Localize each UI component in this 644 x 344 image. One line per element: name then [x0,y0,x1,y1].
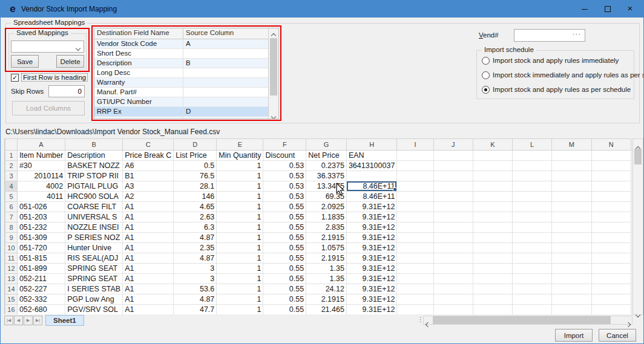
delete-button[interactable]: Delete [56,55,84,68]
cell-D2[interactable]: 0.5 [174,161,217,171]
cell-D6[interactable]: 4.65 [174,202,217,212]
cell-K9[interactable] [473,233,512,243]
cell-I9[interactable] [397,233,433,243]
cell-N13[interactable] [591,274,631,284]
cell-N8[interactable] [591,222,631,233]
cell-I5[interactable] [397,192,433,202]
cell-D4[interactable]: 28.1 [174,181,217,192]
cell-K14[interactable] [473,284,512,294]
cell-L10[interactable] [513,243,552,253]
cell-A10[interactable]: 051-720 [17,243,65,253]
spreadsheet-grid[interactable]: ABCDEFGHIJKLMN1Item NumberDescriptionPri… [4,138,631,314]
cell-B4[interactable]: PIGTAIL PLUG [65,181,123,192]
cell-L13[interactable] [513,274,552,284]
cell-M12[interactable] [552,264,592,274]
import-schedule-option-2[interactable]: Import stock immediately and apply rules… [482,71,644,80]
mapping-row-rrp-inc[interactable]: RRP Inc [94,117,269,119]
cell-A12[interactable]: 051-899 [17,264,65,274]
cell-I11[interactable] [397,253,433,264]
cell-A11[interactable]: 051-815 [17,253,65,264]
cell-E11[interactable]: 1 [217,253,263,264]
cell-E1[interactable]: Min Quantity [217,151,263,161]
cell-M1[interactable] [552,151,592,161]
mapping-row-short-desc-c1[interactable] [183,49,269,58]
row-header-3[interactable]: 3 [5,171,18,181]
maximize-button[interactable] [596,1,620,18]
cell-K12[interactable] [473,264,512,274]
cell-A8[interactable]: 051-232 [17,222,65,233]
cell-J3[interactable] [433,171,473,181]
first-row-heading-label[interactable]: First Row is heading [21,73,88,82]
mapping-row-gti-upc-number[interactable]: GTI/UPC Number [94,97,269,107]
import-schedule-option-3[interactable]: Import stock and apply rules as per sche… [482,86,631,94]
cell-E5[interactable]: 1 [217,192,263,202]
cell-N9[interactable] [591,233,631,243]
cell-E10[interactable]: 1 [217,243,263,253]
cell-E2[interactable]: 1 [217,161,263,171]
cell-I1[interactable] [397,151,433,161]
cell-J6[interactable] [433,202,473,212]
cell-E4[interactable]: 1 [217,181,263,192]
cell-D5[interactable]: 146 [174,192,217,202]
cell-M10[interactable] [552,243,592,253]
sheet-scroll-right-icon[interactable] [623,316,632,325]
selected-cell-H4[interactable]: 8.46E+11 [346,181,396,192]
radio-icon[interactable] [482,71,490,79]
cell-L9[interactable] [513,233,552,243]
mapping-row-gti-upc-number-c0[interactable]: GTI/UPC Number [94,97,183,106]
cell-C6[interactable]: A1 [123,202,174,212]
cell-A4[interactable]: 4002 [17,181,65,192]
row-header-11[interactable]: 11 [5,253,18,264]
cell-L8[interactable] [513,222,552,233]
cell-G5[interactable]: 69.35 [306,192,347,202]
cell-G10[interactable]: 1.0575 [306,243,347,253]
sheet-last-button[interactable]: ▶| [33,316,42,325]
cell-E9[interactable]: 1 [217,233,263,243]
cell-B13[interactable]: SPRING SEAT [65,274,123,284]
row-header-4[interactable]: 4 [5,181,18,192]
cell-K2[interactable] [473,161,512,171]
cell-I3[interactable] [397,171,433,181]
cell-C3[interactable]: B1 [123,171,174,181]
cell-M13[interactable] [552,274,592,284]
cell-H8[interactable]: 9.31E+12 [346,222,396,233]
cell-G7[interactable]: 1.1835 [306,212,347,222]
mapping-row-warranty-c1[interactable] [183,78,269,87]
cell-H6[interactable]: 9.31E+12 [346,202,396,212]
cell-C11[interactable]: A1 [123,253,174,264]
scroll-up-icon[interactable] [269,28,278,37]
cell-C10[interactable]: A1 [123,243,174,253]
cell-K4[interactable] [473,181,512,192]
cell-F6[interactable]: 0.55 [263,202,306,212]
mapping-row-rrp-ex[interactable]: RRP ExD [94,107,269,117]
radio-icon[interactable] [482,57,490,65]
column-header-J[interactable]: J [433,139,473,151]
cell-F3[interactable]: 0.53 [263,171,306,181]
cell-D14[interactable]: 53.6 [174,284,217,294]
cell-J11[interactable] [433,253,473,264]
column-header-K[interactable]: K [473,139,512,151]
cell-M7[interactable] [552,212,592,222]
column-header-L[interactable]: L [513,139,552,151]
mapping-row-long-desc-c0[interactable]: Long Desc [94,68,183,77]
cell-G16[interactable]: 21.465 [306,305,347,315]
cell-E3[interactable]: 1 [217,171,263,181]
cell-M15[interactable] [552,294,592,305]
sheet-hscroll-thumb[interactable] [433,316,611,324]
cell-F12[interactable]: 0.55 [263,264,306,274]
cell-H14[interactable]: 9.31E+12 [346,284,396,294]
title-bar[interactable]: e Vendor Stock Import Mapping × [1,1,643,18]
cell-J5[interactable] [433,192,473,202]
sheet-scroll-down-icon[interactable] [633,305,643,314]
cell-N11[interactable] [591,253,631,264]
sheet-first-button[interactable]: |◀ [4,316,13,325]
mapping-row-rrp-inc-c1[interactable] [183,117,269,119]
import-schedule-option-1[interactable]: Import stock and apply rules immediately [482,57,619,65]
row-header-5[interactable]: 5 [5,192,18,202]
cell-K15[interactable] [473,294,512,305]
cell-N15[interactable] [591,294,631,305]
cell-D3[interactable]: 76.5 [174,171,217,181]
cell-C4[interactable]: A3 [123,181,174,192]
mapping-row-warranty-c0[interactable]: Warranty [94,78,183,87]
cell-N3[interactable] [591,171,631,181]
